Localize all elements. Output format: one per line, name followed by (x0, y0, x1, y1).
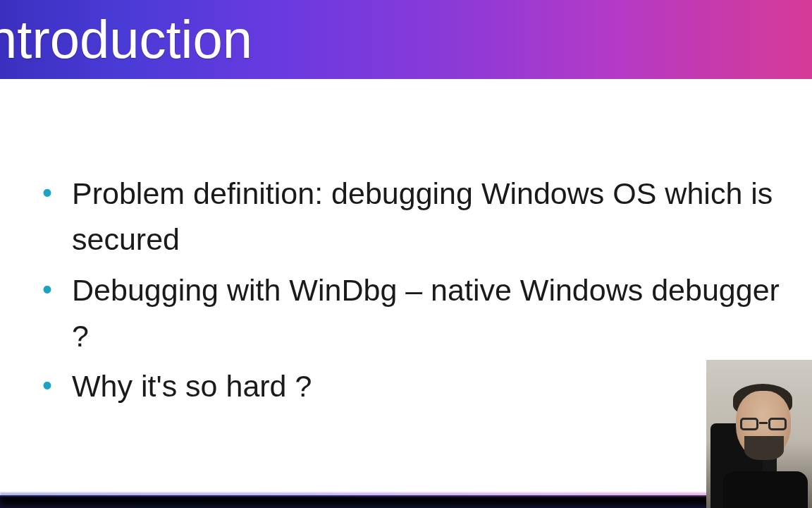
bullet-list: Problem definition: debugging Windows OS… (28, 171, 784, 410)
bullet-item: Why it's so hard ? (28, 363, 784, 409)
presentation-slide: ntroduction Problem definition: debuggin… (0, 0, 812, 508)
bullet-item: Debugging with WinDbg – native Windows d… (28, 267, 784, 360)
slide-body: Problem definition: debugging Windows OS… (0, 79, 812, 410)
bullet-item: Problem definition: debugging Windows OS… (28, 171, 784, 263)
slide-title: ntroduction (0, 13, 252, 66)
slide-title-bar: ntroduction (0, 0, 812, 79)
presenter-webcam-overlay (706, 360, 812, 508)
slide-footer-strip (0, 495, 812, 508)
